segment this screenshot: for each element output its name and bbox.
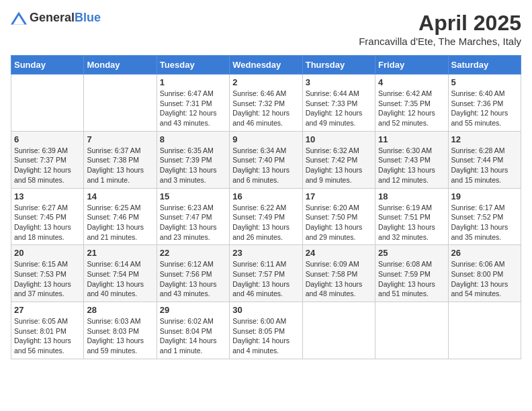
day-cell: 28Sunrise: 6:03 AM Sunset: 8:03 PM Dayli… [84,302,157,359]
day-cell: 7Sunrise: 6:37 AM Sunset: 7:38 PM Daylig… [84,131,157,188]
day-number: 14 [87,191,153,201]
day-number: 20 [14,248,81,258]
calendar-table: SundayMondayTuesdayWednesdayThursdayFrid… [11,55,521,359]
month-title: April 2025 [359,11,521,36]
day-number: 23 [232,248,299,258]
location-title: Francavilla d'Ete, The Marches, Italy [359,36,521,47]
day-info: Sunrise: 6:42 AM Sunset: 7:35 PM Dayligh… [378,89,445,128]
day-cell: 29Sunrise: 6:02 AM Sunset: 8:04 PM Dayli… [157,302,229,359]
header-cell-monday: Monday [84,56,157,75]
day-cell: 12Sunrise: 6:28 AM Sunset: 7:44 PM Dayli… [448,131,521,188]
day-info: Sunrise: 6:27 AM Sunset: 7:45 PM Dayligh… [14,203,81,242]
day-cell: 17Sunrise: 6:20 AM Sunset: 7:50 PM Dayli… [302,188,375,245]
day-cell: 5Sunrise: 6:40 AM Sunset: 7:36 PM Daylig… [448,75,521,132]
day-number: 8 [160,134,226,144]
header-cell-thursday: Thursday [302,56,375,75]
week-row-5: 27Sunrise: 6:05 AM Sunset: 8:01 PM Dayli… [11,302,521,359]
day-number: 11 [378,134,445,144]
day-number: 16 [232,191,299,201]
logo-icon [11,11,27,25]
day-number: 10 [306,134,372,144]
day-info: Sunrise: 6:47 AM Sunset: 7:31 PM Dayligh… [160,89,226,128]
day-info: Sunrise: 6:34 AM Sunset: 7:40 PM Dayligh… [232,146,299,185]
day-number: 4 [378,77,445,87]
day-info: Sunrise: 6:25 AM Sunset: 7:46 PM Dayligh… [87,203,153,242]
day-info: Sunrise: 6:37 AM Sunset: 7:38 PM Dayligh… [87,146,153,185]
day-info: Sunrise: 6:02 AM Sunset: 8:04 PM Dayligh… [160,316,226,356]
day-info: Sunrise: 6:44 AM Sunset: 7:33 PM Dayligh… [306,89,372,128]
day-number: 13 [14,191,81,201]
header-cell-saturday: Saturday [448,56,521,75]
day-number: 2 [232,77,299,87]
day-cell: 16Sunrise: 6:22 AM Sunset: 7:49 PM Dayli… [230,188,302,245]
day-info: Sunrise: 6:17 AM Sunset: 7:52 PM Dayligh… [451,203,518,242]
day-cell: 4Sunrise: 6:42 AM Sunset: 7:35 PM Daylig… [375,75,448,132]
day-cell: 24Sunrise: 6:09 AM Sunset: 7:58 PM Dayli… [302,245,375,302]
day-info: Sunrise: 6:11 AM Sunset: 7:57 PM Dayligh… [232,259,299,299]
logo: GeneralBlue [11,11,101,25]
day-info: Sunrise: 6:14 AM Sunset: 7:54 PM Dayligh… [87,259,153,299]
header-cell-friday: Friday [375,56,448,75]
day-info: Sunrise: 6:08 AM Sunset: 7:59 PM Dayligh… [378,259,445,299]
day-cell: 2Sunrise: 6:46 AM Sunset: 7:32 PM Daylig… [230,75,302,132]
day-cell: 3Sunrise: 6:44 AM Sunset: 7:33 PM Daylig… [302,75,375,132]
day-number: 29 [160,305,226,315]
day-cell: 10Sunrise: 6:32 AM Sunset: 7:42 PM Dayli… [302,131,375,188]
day-info: Sunrise: 6:20 AM Sunset: 7:50 PM Dayligh… [306,203,372,242]
day-number: 24 [306,248,372,258]
header-cell-wednesday: Wednesday [230,56,302,75]
day-cell: 21Sunrise: 6:14 AM Sunset: 7:54 PM Dayli… [84,245,157,302]
day-number: 9 [232,134,299,144]
day-cell: 6Sunrise: 6:39 AM Sunset: 7:37 PM Daylig… [11,131,84,188]
day-info: Sunrise: 6:32 AM Sunset: 7:42 PM Dayligh… [306,146,372,185]
day-cell: 30Sunrise: 6:00 AM Sunset: 8:05 PM Dayli… [230,302,302,359]
day-number: 12 [451,134,518,144]
day-number: 25 [378,248,445,258]
day-cell: 25Sunrise: 6:08 AM Sunset: 7:59 PM Dayli… [375,245,448,302]
day-cell: 11Sunrise: 6:30 AM Sunset: 7:43 PM Dayli… [375,131,448,188]
day-info: Sunrise: 6:39 AM Sunset: 7:37 PM Dayligh… [14,146,81,185]
day-cell: 26Sunrise: 6:06 AM Sunset: 8:00 PM Dayli… [448,245,521,302]
day-info: Sunrise: 6:35 AM Sunset: 7:39 PM Dayligh… [160,146,226,185]
day-info: Sunrise: 6:05 AM Sunset: 8:01 PM Dayligh… [14,316,81,356]
day-info: Sunrise: 6:23 AM Sunset: 7:47 PM Dayligh… [160,203,226,242]
week-row-4: 20Sunrise: 6:15 AM Sunset: 7:53 PM Dayli… [11,245,521,302]
header-cell-sunday: Sunday [11,56,84,75]
header-row: SundayMondayTuesdayWednesdayThursdayFrid… [11,56,521,75]
day-number: 21 [87,248,153,258]
day-info: Sunrise: 6:30 AM Sunset: 7:43 PM Dayligh… [378,146,445,185]
day-info: Sunrise: 6:00 AM Sunset: 8:05 PM Dayligh… [232,316,299,356]
day-info: Sunrise: 6:28 AM Sunset: 7:44 PM Dayligh… [451,146,518,185]
day-info: Sunrise: 6:06 AM Sunset: 8:00 PM Dayligh… [451,259,518,299]
day-info: Sunrise: 6:19 AM Sunset: 7:51 PM Dayligh… [378,203,445,242]
day-cell [375,302,448,359]
week-row-3: 13Sunrise: 6:27 AM Sunset: 7:45 PM Dayli… [11,188,521,245]
day-info: Sunrise: 6:46 AM Sunset: 7:32 PM Dayligh… [232,89,299,128]
day-cell: 1Sunrise: 6:47 AM Sunset: 7:31 PM Daylig… [157,75,229,132]
day-number: 6 [14,134,81,144]
day-cell: 23Sunrise: 6:11 AM Sunset: 7:57 PM Dayli… [230,245,302,302]
day-cell: 18Sunrise: 6:19 AM Sunset: 7:51 PM Dayli… [375,188,448,245]
day-cell [84,75,157,132]
day-number: 3 [306,77,372,87]
day-cell: 22Sunrise: 6:12 AM Sunset: 7:56 PM Dayli… [157,245,229,302]
day-cell: 15Sunrise: 6:23 AM Sunset: 7:47 PM Dayli… [157,188,229,245]
day-cell: 13Sunrise: 6:27 AM Sunset: 7:45 PM Dayli… [11,188,84,245]
day-info: Sunrise: 6:22 AM Sunset: 7:49 PM Dayligh… [232,203,299,242]
day-info: Sunrise: 6:40 AM Sunset: 7:36 PM Dayligh… [451,89,518,128]
calendar-body: 1Sunrise: 6:47 AM Sunset: 7:31 PM Daylig… [11,75,521,359]
day-number: 7 [87,134,153,144]
header-cell-tuesday: Tuesday [157,56,229,75]
day-info: Sunrise: 6:12 AM Sunset: 7:56 PM Dayligh… [160,259,226,299]
day-number: 19 [451,191,518,201]
logo-text-general: General [30,11,75,24]
logo-text-blue: Blue [75,11,101,24]
week-row-1: 1Sunrise: 6:47 AM Sunset: 7:31 PM Daylig… [11,75,521,132]
day-cell: 19Sunrise: 6:17 AM Sunset: 7:52 PM Dayli… [448,188,521,245]
day-number: 17 [306,191,372,201]
day-number: 26 [451,248,518,258]
day-number: 1 [160,77,226,87]
day-cell [11,75,84,132]
day-number: 28 [87,305,153,315]
day-info: Sunrise: 6:09 AM Sunset: 7:58 PM Dayligh… [306,259,372,299]
